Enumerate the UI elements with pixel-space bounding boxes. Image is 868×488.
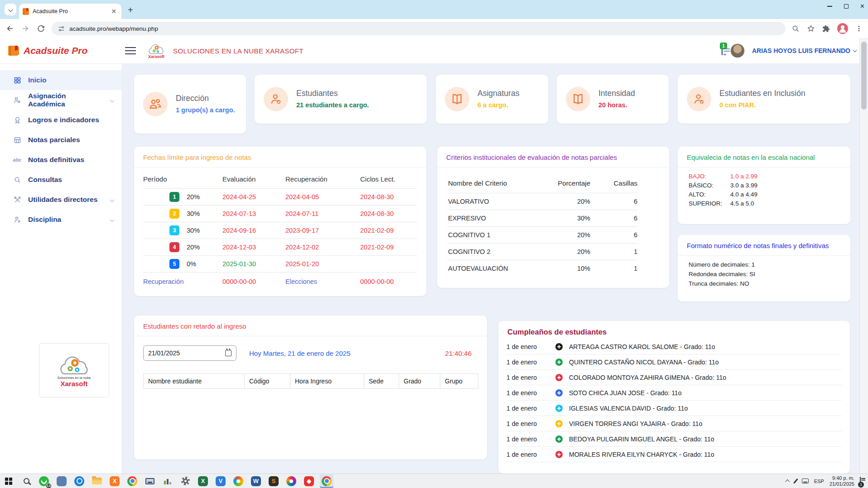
eval-date: 2024-07-13 <box>222 210 285 217</box>
notification-badge: 1 <box>858 482 864 488</box>
panel-title: Formato numérico de notas finales y defi… <box>678 235 850 256</box>
chevron-down-icon <box>853 48 857 52</box>
start-icon[interactable] <box>2 474 15 488</box>
app-header: Acadsuite Pro Xarasoft SOLUCIONES EN LA … <box>0 38 868 64</box>
zoom-icon[interactable] <box>792 25 800 33</box>
sidebar-item-label: Notas parciales <box>28 136 80 144</box>
col-header: Casillas <box>590 179 637 187</box>
tab-close-icon[interactable]: ✕ <box>110 8 118 15</box>
criterion-percent: 20% <box>536 198 590 205</box>
tray-clock[interactable]: 9:40 p. m. 21/01/2025 <box>829 475 854 487</box>
tray-pen-icon[interactable] <box>794 478 798 484</box>
cycle-date: 2024-08-30 <box>360 193 417 201</box>
scale-label: BÁSICO: <box>689 182 730 189</box>
notification-center-button[interactable]: 1 <box>860 477 861 485</box>
remote-desktop-icon[interactable] <box>143 474 157 488</box>
notes-icon[interactable] <box>55 474 68 488</box>
paint-icon[interactable] <box>285 474 298 488</box>
browser-menu-icon[interactable] <box>855 25 863 32</box>
panel-title: Criterios institucionales de evaluación … <box>437 147 669 167</box>
tray-expand-icon[interactable] <box>786 479 790 484</box>
forward-icon[interactable] <box>21 24 30 33</box>
scale-range: 4.5 a 5.0 <box>730 200 754 207</box>
sidebar-item-inicio[interactable]: Inicio <box>0 70 122 90</box>
card-asignaturas: Asignaturas 6 a cargo. <box>436 75 548 124</box>
target-app-icon[interactable] <box>72 474 86 488</box>
chrome-active-icon[interactable] <box>320 474 333 488</box>
birthday-date: 1 de enero <box>506 451 555 458</box>
scale-range: 1.0 a 2.99 <box>730 173 757 180</box>
red-app-icon[interactable]: ◆ <box>302 474 316 488</box>
extensions-icon[interactable] <box>822 25 830 33</box>
sidebar: Inicio Asignación Académica Logros e ind… <box>0 64 122 474</box>
calendar-icon[interactable] <box>225 350 231 356</box>
col-header: Evaluación <box>222 175 285 183</box>
new-tab-button[interactable]: + <box>128 5 133 14</box>
col-header: Nombre del Criterio <box>448 179 536 187</box>
elecciones-link[interactable]: Elecciones <box>285 278 360 285</box>
date-picker-input[interactable]: 21/01/2025 <box>143 345 236 361</box>
tray-language[interactable]: ESP <box>814 478 824 484</box>
scrollbar-thumb[interactable] <box>861 42 867 110</box>
window-close-button[interactable]: × <box>860 3 864 10</box>
search-icon[interactable] <box>19 474 33 488</box>
student-name: ARTEAGA CASTRO KAROL SALOME - Grado: 11o <box>569 343 842 350</box>
site-info-tune-icon[interactable] <box>58 25 65 32</box>
chrome-icon[interactable] <box>125 474 139 488</box>
vscode-icon[interactable]: V <box>214 474 227 488</box>
sidebar-item-logros-e-indicadores[interactable]: Logros e indicadores <box>0 110 122 130</box>
period-badge: 3 <box>169 225 179 235</box>
user-menu[interactable]: ARIAS HOYOS LUIS FERNANDO <box>752 47 856 54</box>
date-value: 21/01/2025 <box>148 349 180 357</box>
copilot-icon[interactable] <box>231 474 245 488</box>
sublime-icon[interactable]: S <box>267 474 280 488</box>
bookmark-star-icon[interactable] <box>807 24 815 33</box>
hamburger-menu-icon[interactable] <box>125 47 136 54</box>
table-row: 1 20% 2024-04-25 2024-04-05 2024-08-30 <box>143 188 417 205</box>
window-maximize-button[interactable] <box>844 4 849 9</box>
gift-icon <box>555 343 563 350</box>
browser-tab[interactable]: Acadsuite Pro ✕ <box>19 4 121 19</box>
xarasoft-brand-text: Xarasoft <box>148 54 164 59</box>
tab-search-button[interactable] <box>5 4 16 15</box>
sidebar-item-utilidades-directores[interactable]: Utilidades directores <box>0 190 122 210</box>
period-percent: 20% <box>187 244 200 251</box>
sidebar-item-disciplina[interactable]: Disciplina <box>0 210 122 230</box>
whatsapp-icon[interactable]: 14 <box>37 474 51 488</box>
browser-tabstrip: Acadsuite Pro ✕ + × <box>0 0 868 19</box>
page-scrollbar[interactable] <box>859 38 868 474</box>
birthday-date: 1 de enero <box>506 343 555 350</box>
back-icon[interactable] <box>5 24 14 33</box>
word-icon[interactable]: W <box>249 474 263 488</box>
panel-title: Fechas límite para ingreso de notas <box>134 147 426 167</box>
sidebar-item-notas-definitivas[interactable]: abc Notas definitivas <box>0 150 122 170</box>
criterion-cells: 6 <box>590 231 637 239</box>
settings-gear-icon[interactable] <box>178 474 192 488</box>
open-book-icon <box>445 87 469 111</box>
tray-keyboard-icon[interactable] <box>802 478 809 483</box>
address-bar[interactable]: acadsuite.pro/webapp/menu.php <box>52 22 786 35</box>
main-content: Dirección 1 grupo(s) a cargo. Estudiante… <box>122 64 868 474</box>
window-minimize-button[interactable] <box>827 6 832 7</box>
reload-icon[interactable] <box>36 24 45 33</box>
user-avatar[interactable] <box>730 43 745 58</box>
person-check-icon <box>13 216 22 224</box>
url-text: acadsuite.pro/webapp/menu.php <box>69 25 158 32</box>
file-explorer-icon[interactable] <box>90 474 104 488</box>
col-header: Nombre estudiante <box>143 373 245 389</box>
panel-equivalencia: Equivalecia de notas en la escala nacion… <box>678 147 850 224</box>
xampp-icon[interactable]: X <box>108 474 121 488</box>
recuperacion-link[interactable]: Recuperación <box>143 278 222 285</box>
birthday-date: 1 de enero <box>506 389 555 397</box>
format-line: Número de decimales: 1 <box>689 261 839 268</box>
birthday-date: 1 de enero <box>506 405 555 412</box>
sidebar-item-consultas[interactable]: Consultas <box>0 170 122 190</box>
card-intensidad: Intensidad 20 horas. <box>557 75 669 124</box>
sidebar-item-asignacion-academica[interactable]: Asignación Académica <box>0 90 122 110</box>
birthday-row: 1 de enero COLORADO MONTOYA ZAHIRA GIMEN… <box>506 370 842 385</box>
sidebar-item-notas-parciales[interactable]: Notas parciales <box>0 130 122 150</box>
analytics-icon[interactable] <box>161 474 174 488</box>
excel-icon[interactable]: X <box>196 474 210 488</box>
chat-button[interactable]: 1 <box>721 47 723 55</box>
browser-profile-avatar[interactable] <box>837 23 848 34</box>
